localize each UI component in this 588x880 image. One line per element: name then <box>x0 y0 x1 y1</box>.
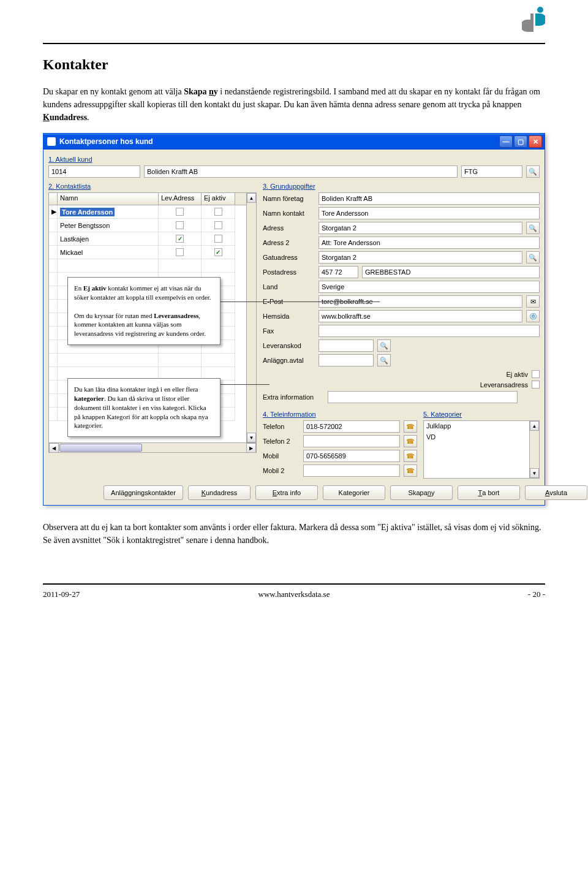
kategorier-listbox[interactable]: JulklappVD ▲ ▼ <box>423 420 540 479</box>
list-item[interactable]: Julklapp <box>426 422 527 433</box>
minimize-button[interactable]: — <box>499 135 513 148</box>
app-screenshot: Kontaktpersoner hos kund — ▢ ✕ 1. Aktuel… <box>43 133 545 506</box>
phone-icon-3[interactable]: ☎ <box>404 450 417 462</box>
svg-rect-1 <box>530 13 533 32</box>
lbl-land: Land <box>263 283 315 290</box>
mail-icon[interactable]: ✉ <box>526 295 540 308</box>
chk-lev[interactable]: ✓ <box>176 235 184 243</box>
input-anlaggn[interactable] <box>318 354 374 366</box>
input-postnr[interactable] <box>318 266 358 278</box>
section-3-label[interactable]: 3. Grunduppgifter <box>263 183 540 190</box>
lbl-anlaggn: Anläggn.avtal <box>263 357 315 364</box>
lbl-extrainfo: Extra information <box>263 393 324 401</box>
lbl-gatuadress: Gatuadress <box>263 254 315 261</box>
window-titlebar[interactable]: Kontaktpersoner hos kund — ▢ ✕ <box>43 134 545 150</box>
footer-date: 2011-09-27 <box>43 590 210 599</box>
btn-kundadress[interactable]: Kundadress <box>188 485 251 500</box>
lbl-hemsida: Hemsida <box>263 313 315 320</box>
lbl-telefon: Telefon <box>263 423 300 430</box>
th-lev[interactable]: Lev.Adress <box>159 193 202 205</box>
chk-ejaktiv[interactable] <box>532 370 540 378</box>
section-5-label[interactable]: 5. Kategorier <box>423 411 540 418</box>
lbl-levadress: Leveransadress <box>480 381 528 389</box>
intro-bold2-ul: K <box>43 113 50 122</box>
btn-anlaggn[interactable]: Anläggningskontakter <box>104 485 183 500</box>
web-icon[interactable]: ⓔ <box>526 310 540 322</box>
input-adress[interactable] <box>318 222 522 234</box>
input-namn-foretag[interactable] <box>318 192 540 205</box>
chk-levadress[interactable] <box>532 381 540 389</box>
btn-tabort[interactable]: Ta bort <box>458 485 520 500</box>
btn-avsluta[interactable]: Avsluta <box>525 485 587 500</box>
input-land[interactable] <box>318 281 540 293</box>
chk-ej[interactable] <box>214 221 222 229</box>
search-levkod-icon[interactable]: 🔍 <box>377 339 391 352</box>
table-row[interactable]: Lastkajen✓ <box>49 232 246 246</box>
input-telefon[interactable] <box>303 420 400 433</box>
intro-end: . <box>87 113 89 122</box>
top-divider <box>43 43 545 44</box>
input-mobil[interactable] <box>303 450 400 462</box>
th-ej[interactable]: Ej aktiv <box>202 193 235 205</box>
btn-skapany[interactable]: Skapa ny <box>390 485 453 500</box>
svg-point-0 <box>537 7 543 13</box>
lbl-postadress: Postadress <box>263 268 315 276</box>
input-telefon2[interactable] <box>303 435 400 447</box>
input-fax[interactable] <box>318 325 540 337</box>
btn-kategorier[interactable]: Kategorier <box>323 485 385 500</box>
chk-ej[interactable] <box>214 235 222 243</box>
section-2-label[interactable]: 2. Kontaktlista <box>48 183 257 190</box>
table-vscroll[interactable]: ▲ ▼ <box>246 193 256 442</box>
input-hemsida[interactable] <box>318 310 522 322</box>
input-extrainfo[interactable] <box>328 391 518 403</box>
list-item[interactable]: VD <box>426 433 527 444</box>
chk-lev[interactable] <box>176 208 184 216</box>
search-anlaggn-icon[interactable]: 🔍 <box>377 354 391 366</box>
chk-lev[interactable] <box>176 248 184 256</box>
chk-lev[interactable] <box>176 221 184 229</box>
search-adress-icon[interactable]: 🔍 <box>526 222 540 234</box>
page-footer: 2011-09-27 www.hantverksdata.se - 20 - <box>43 583 545 599</box>
callout-2: Du kan låta dina kontakter ingå i en ell… <box>67 378 221 437</box>
lbl-telefon2: Telefon 2 <box>263 438 300 445</box>
table-row[interactable]: Mickael✓ <box>49 246 246 259</box>
table-hscroll[interactable]: ◀ ▶ <box>49 442 256 452</box>
table-row[interactable]: ▶Tore Andersson <box>49 205 246 219</box>
c1-bold1: Ej aktiv <box>83 284 107 292</box>
window-icon <box>47 137 56 146</box>
chk-ej[interactable]: ✓ <box>214 248 222 256</box>
kund-namn-input[interactable] <box>144 165 458 178</box>
lbl-leveranskod: Leveranskod <box>263 342 315 349</box>
table-row[interactable]: Peter Bengtsson <box>49 219 246 232</box>
callout-2-line <box>221 384 270 385</box>
lbl-fax: Fax <box>263 327 315 335</box>
section-1-label[interactable]: 1. Aktuell kund <box>48 156 540 163</box>
kund-typ-input[interactable] <box>461 165 522 178</box>
phone-icon-2[interactable]: ☎ <box>404 435 417 447</box>
input-adress2[interactable] <box>318 237 540 249</box>
lbl-namn-foretag: Namn företag <box>263 195 315 202</box>
section-4-label[interactable]: 4. Teleinformation <box>263 411 417 418</box>
kund-id-input[interactable] <box>48 165 140 178</box>
th-namn[interactable]: Namn <box>58 193 159 205</box>
search-kund-icon[interactable]: 🔍 <box>526 165 540 178</box>
intro-bold-ul: n <box>209 87 214 96</box>
btn-extra[interactable]: Extra info <box>255 485 318 500</box>
outro-paragraph: Observera att du ej kan ta bort kontakte… <box>43 521 545 547</box>
lbl-mobil2: Mobil 2 <box>263 467 300 474</box>
close-button[interactable]: ✕ <box>529 135 542 148</box>
page-heading: Kontakter <box>43 56 545 73</box>
input-namn-kontakt[interactable] <box>318 207 540 219</box>
input-gatuadress[interactable] <box>318 251 522 264</box>
input-mobil2[interactable] <box>303 465 400 477</box>
input-leveranskod[interactable] <box>318 339 374 352</box>
maximize-button[interactable]: ▢ <box>514 135 527 148</box>
input-postort[interactable] <box>362 266 540 278</box>
phone-icon-4[interactable]: ☎ <box>404 465 417 477</box>
phone-icon-1[interactable]: ☎ <box>404 420 417 433</box>
callout-1: En Ej aktiv kontakt kommer ej att visas … <box>67 277 221 345</box>
intro-paragraph: Du skapar en ny kontakt genom att välja … <box>43 85 545 124</box>
search-gatu-icon[interactable]: 🔍 <box>526 251 540 264</box>
c1-a: En <box>74 284 83 292</box>
chk-ej[interactable] <box>214 208 222 216</box>
